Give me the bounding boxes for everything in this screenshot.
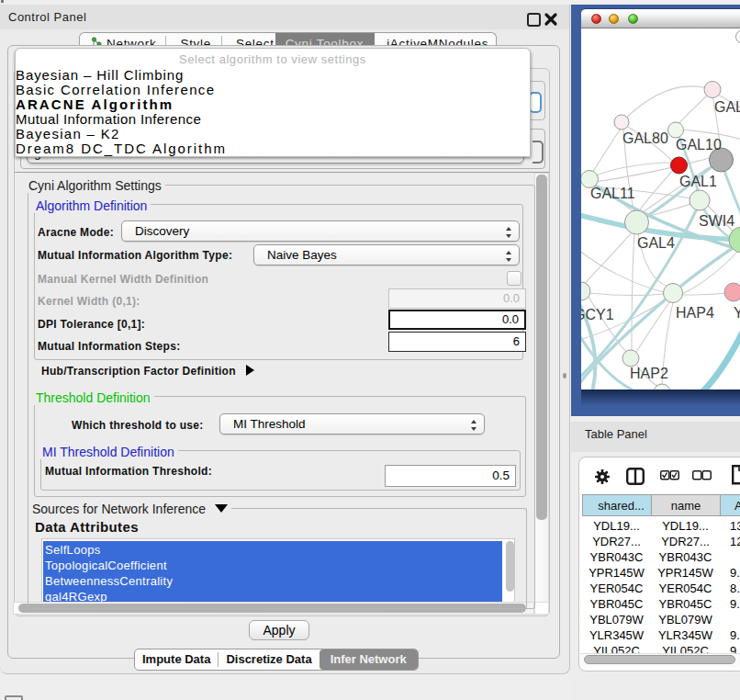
svg-text:GAL1: GAL1	[679, 174, 717, 189]
svg-text:YJ: YJ	[734, 305, 740, 321]
svg-text:GAL7: GAL7	[714, 99, 740, 115]
svg-text:GAL80: GAL80	[622, 130, 668, 146]
svg-text:GCY1: GCY1	[581, 307, 614, 322]
svg-text:HAP2: HAP2	[630, 366, 668, 381]
svg-text:GAL4: GAL4	[637, 235, 675, 251]
svg-text:HAP4: HAP4	[676, 305, 714, 321]
svg-text:GAL11: GAL11	[590, 186, 635, 201]
svg-text:SWI4: SWI4	[699, 213, 734, 229]
svg-text:GAL10: GAL10	[676, 137, 722, 152]
